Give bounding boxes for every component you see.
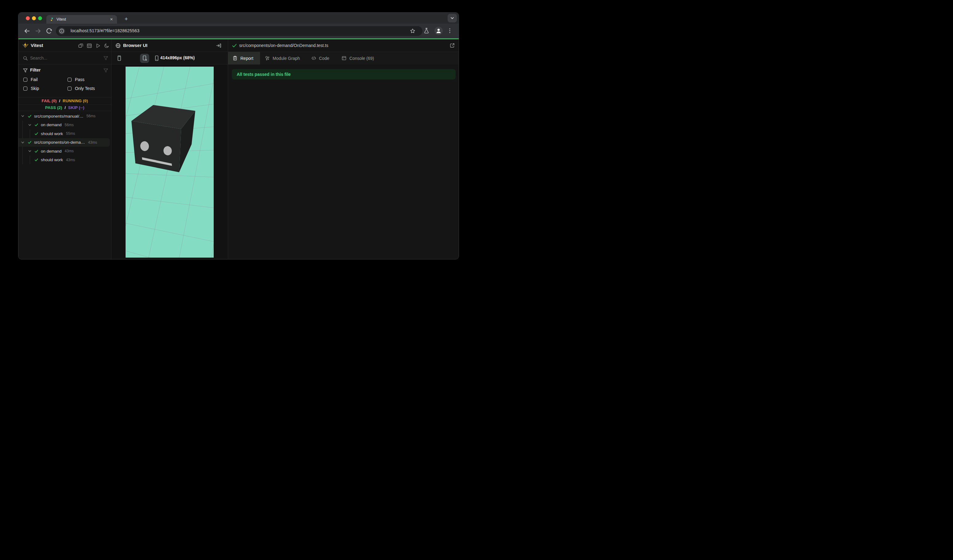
tree-row-file-selected[interactable]: src/components/on-dema… 43ms [19,138,110,147]
new-tab-button[interactable]: + [122,15,130,23]
preview-title: Browser UI [123,43,147,48]
pass-check-icon [34,149,38,153]
close-traffic-light[interactable] [26,16,30,20]
only-tests-checkbox-label[interactable]: Only Tests [75,86,95,91]
device-toolbar: 414x896px (68%) [112,52,228,65]
tree-row-file[interactable]: src/components/manual/… 56ms [19,112,111,121]
sidebar: Vitest [19,39,111,259]
site-info-icon[interactable] [58,28,65,34]
run-all-icon[interactable] [95,43,101,48]
test-duration: 55ms [66,132,75,136]
device-phone-frameless-icon[interactable] [154,55,160,61]
pass-check-icon [28,114,32,118]
search-row [19,52,111,65]
pass-check-icon [34,123,38,127]
bookmark-star-icon[interactable] [410,28,417,35]
test-duration: 56ms [65,123,74,127]
funnel-icon [23,68,28,73]
chevron-down-icon[interactable] [28,149,32,153]
profile-avatar[interactable] [435,27,443,35]
expand-panel-icon[interactable] [216,43,222,48]
tree-row-suite[interactable]: on demand 43ms [19,147,111,156]
chevron-down-icon[interactable] [28,123,32,127]
search-icon [23,56,28,61]
app-title: Vitest [31,43,43,48]
suite-name: on demand [41,123,62,127]
results-header: src/components/on-demand/OnDemand.test.t… [228,39,459,52]
pass-checkbox[interactable] [68,78,71,82]
browser-tab[interactable]: Vitest ✕ [47,15,117,24]
pass-check-icon [34,132,38,136]
only-tests-checkbox[interactable] [68,87,71,91]
minimize-traffic-light[interactable] [32,16,36,20]
address-bar[interactable]: localhost:5173/#/?file=1828625563 [56,26,422,36]
all-tests-passed-banner: All tests passed in this file [232,69,456,79]
preview-header: Browser UI [112,39,228,52]
code-icon [311,56,316,61]
search-input[interactable] [30,54,95,62]
test-duration: 43ms [66,158,75,162]
tab-module-graph-label: Module Graph [273,56,300,61]
chevron-down-icon[interactable] [21,114,25,118]
sidebar-header: Vitest [19,39,111,52]
reload-icon[interactable] [45,27,53,35]
status-line-pass-skip: PASS (2) / SKIP (--) [19,104,111,111]
tested-app-viewport[interactable] [126,67,214,258]
browser-toolbar: localhost:5173/#/?file=1828625563 [19,24,459,38]
browser-window: Vitest ✕ + localhost:5173/#/?file=182862… [18,12,459,259]
tree-row-suite[interactable]: on demand 56ms [19,121,111,130]
dashboard-icon[interactable] [87,43,92,48]
browser-preview-panel: Browser UI 414x896px (68%) [112,39,228,259]
experiments-flask-icon[interactable] [423,27,430,35]
device-phone-add-button[interactable] [140,54,149,63]
results-panel: src/components/on-demand/OnDemand.test.t… [228,39,459,259]
tab-report[interactable]: Report [228,52,260,65]
skip-count: SKIP (--) [68,105,84,110]
fail-checkbox[interactable] [23,78,27,82]
pass-count: PASS (2) [45,105,62,110]
device-phone-icon[interactable] [116,55,123,61]
tree-row-test[interactable]: should work 55ms [19,129,111,138]
test-file-path: src/components/on-demand/OnDemand.test.t… [239,43,328,48]
forward-icon[interactable] [34,27,42,35]
tab-console[interactable]: Console (69) [341,52,374,65]
module-graph-icon [265,56,270,61]
tab-close-icon[interactable]: ✕ [109,17,114,22]
tab-search-chevron-button[interactable] [448,14,457,22]
dark-mode-moon-icon[interactable] [104,43,109,48]
status-summary: FAIL (0) / RUNNING (0) PASS (2) / SKIP (… [19,98,111,111]
back-icon[interactable] [23,27,31,35]
fail-checkbox-label[interactable]: Fail [31,77,38,82]
skip-checkbox[interactable] [23,87,27,91]
tab-module-graph[interactable]: Module Graph [265,52,300,65]
zoom-traffic-light[interactable] [38,16,42,20]
test-name: should work [41,158,63,162]
globe-icon [115,43,121,48]
tab-title: Vitest [56,17,66,22]
clear-filter-icon[interactable] [103,68,109,73]
viewport-size-label: 414x896px (68%) [160,55,195,60]
vitest-ui: Vitest [19,39,459,259]
pass-checkbox-label[interactable]: Pass [75,77,84,82]
test-duration: 43ms [65,149,74,153]
kebab-menu-icon[interactable] [446,27,454,35]
chevron-down-icon[interactable] [21,141,25,144]
suite-name: on demand [41,149,62,154]
tab-code-label: Code [319,56,329,61]
open-external-icon[interactable] [450,43,455,48]
test-file-name: src/components/manual/… [34,114,84,118]
tree-row-test[interactable]: should work 43ms [19,156,111,164]
banner-text: All tests passed in this file [237,72,291,77]
test-name: should work [41,132,63,136]
collapse-tests-icon[interactable] [78,43,84,48]
url-text[interactable]: localhost:5173/#/?file=1828625563 [71,28,140,33]
tab-code[interactable]: Code [311,52,329,65]
clear-search-filter-icon[interactable] [103,56,109,61]
skip-checkbox-label[interactable]: Skip [31,86,39,91]
status-line-fail-running: FAIL (0) / RUNNING (0) [19,98,111,104]
test-duration: 56ms [87,114,95,118]
pass-check-icon [28,140,32,144]
fail-count: FAIL (0) [42,99,57,103]
results-tabstrip: Report Module Graph Code [228,52,459,65]
console-icon [341,56,347,61]
